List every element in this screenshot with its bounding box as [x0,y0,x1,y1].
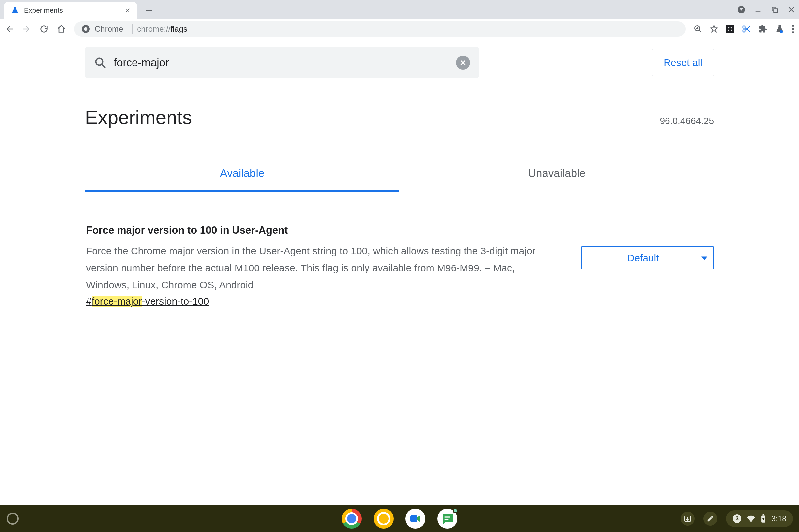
flag-hash-link[interactable]: #force-major-version-to-100 [86,296,561,307]
svg-rect-14 [445,516,450,517]
back-button[interactable] [5,24,14,34]
account-icon[interactable] [738,6,745,13]
close-tab-button[interactable] [125,7,130,13]
svg-point-9 [792,25,794,26]
chrome-version: 96.0.4664.25 [660,116,714,127]
flag-state-dropdown[interactable]: Default [581,246,714,269]
flag-title: Force major version to 100 in User-Agent [86,224,561,236]
browser-tab-title: Experiments [24,6,120,14]
launcher-button[interactable] [7,513,19,525]
reload-button[interactable] [39,24,49,34]
shelf: 3 3:18 [0,506,799,532]
clear-search-button[interactable] [456,56,470,70]
flags-search-input[interactable] [113,56,449,69]
browser-toolbar: Chrome chrome://flags [0,19,799,39]
shelf-apps [341,509,458,529]
flag-description: Force the Chrome major version in the Us… [86,242,559,294]
zoom-icon[interactable] [694,25,703,33]
window-controls [738,0,795,19]
svg-rect-15 [445,519,449,520]
bookmark-icon[interactable] [710,25,719,33]
forward-button[interactable] [22,24,31,34]
home-button[interactable] [57,24,66,34]
app-icon-2[interactable] [373,509,393,529]
pen-icon[interactable] [704,512,718,526]
svg-point-3 [84,27,88,31]
search-icon [94,57,106,69]
scissors-icon[interactable] [742,24,751,34]
svg-rect-18 [763,514,764,516]
status-area[interactable]: 3 3:18 [681,510,793,527]
flag-entry: Force major version to 100 in User-Agent… [0,191,799,307]
tab-available[interactable]: Available [85,157,400,192]
wifi-icon [747,515,756,522]
extensions-icon[interactable] [758,24,768,34]
new-tab-button[interactable] [143,4,156,17]
origin-label: Chrome [95,24,123,34]
flags-tabs: Available Unavailable [85,157,714,191]
chrome-app-icon[interactable] [341,509,361,529]
page-title: Experiments [85,106,192,129]
flask-icon [11,6,19,15]
site-info-icon[interactable] [81,25,90,33]
url-text: chrome://flags [137,24,187,34]
status-tray[interactable]: 3 3:18 [726,510,793,527]
messages-app-icon[interactable] [438,509,458,529]
address-bar[interactable]: Chrome chrome://flags [74,21,686,37]
reset-all-button[interactable]: Reset all [652,48,714,77]
tote-icon[interactable] [681,512,695,526]
close-window-button[interactable] [788,6,795,13]
page-content: Reset all Experiments 96.0.4664.25 Avail… [0,39,799,307]
svg-point-10 [792,28,794,30]
battery-icon [761,514,766,523]
flags-search-box[interactable] [85,47,479,78]
browser-tab-strip: Experiments [0,0,799,19]
browser-tab[interactable]: Experiments [4,2,137,19]
extension-dark-icon[interactable] [726,25,735,33]
svg-rect-13 [410,515,417,522]
svg-point-5 [728,27,732,31]
svg-point-8 [780,30,783,33]
minimize-button[interactable] [755,6,762,13]
labs-icon[interactable] [775,24,784,34]
tab-unavailable[interactable]: Unavailable [400,157,714,191]
svg-point-11 [792,31,794,33]
maximize-button[interactable] [771,6,778,13]
duo-app-icon[interactable] [406,509,426,529]
kebab-menu-icon[interactable] [792,25,794,33]
clock: 3:18 [772,514,786,524]
svg-point-12 [96,58,103,65]
svg-rect-1 [774,8,777,12]
notification-count: 3 [733,514,741,523]
